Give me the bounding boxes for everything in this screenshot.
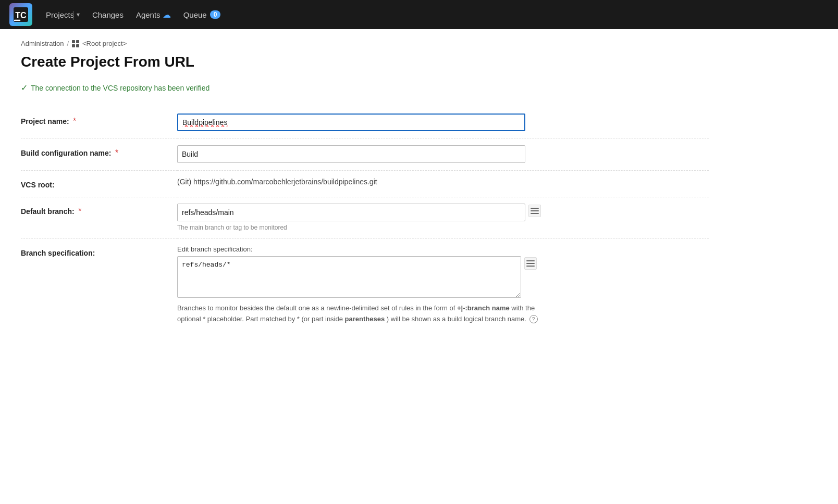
vcs-root-value: (Git) https://github.com/marcobehlerjetb… xyxy=(177,173,377,186)
branch-spec-lines-button[interactable] xyxy=(524,257,537,270)
vcs-root-label: VCS root: xyxy=(21,181,55,189)
main-content: Administration / <Root project> Create P… xyxy=(0,29,730,353)
help-icon[interactable]: ? xyxy=(529,315,538,323)
queue-badge: 0 xyxy=(210,10,221,19)
breadcrumb-root-link[interactable]: <Root project> xyxy=(82,40,127,47)
branch-spec-description: Branches to monitor besides the default … xyxy=(177,303,542,325)
project-name-label-cell: Project name: * xyxy=(21,107,177,139)
default-branch-field-cell: The main branch or tag to be monitored xyxy=(177,197,709,239)
default-branch-label: Default branch: xyxy=(21,207,75,216)
project-name-row: Project name: * xyxy=(21,107,709,139)
default-branch-required: * xyxy=(78,207,81,216)
logo[interactable]: TC xyxy=(8,2,33,27)
build-config-label: Build configuration name: xyxy=(21,149,111,157)
page-title: Create Project From URL xyxy=(21,54,709,70)
nav-changes[interactable]: Changes xyxy=(92,10,124,19)
checkmark-icon: ✓ xyxy=(21,83,28,93)
cloud-icon: ☁ xyxy=(163,10,171,20)
build-config-row: Build configuration name: * xyxy=(21,139,709,171)
top-navigation: TC Projects | ▾ Changes Agents ☁ Queue 0 xyxy=(0,0,838,29)
grid-icon xyxy=(72,40,79,47)
branch-spec-edit-label: Edit branch specification: xyxy=(177,245,709,253)
default-branch-label-cell: Default branch: * xyxy=(21,197,177,239)
svg-text:TC: TC xyxy=(15,11,27,20)
branch-spec-field-cell: Edit branch specification: refs/heads/* … xyxy=(177,239,709,332)
build-config-required: * xyxy=(115,148,118,157)
branch-spec-textarea[interactable]: refs/heads/* xyxy=(177,256,521,298)
build-config-field-cell xyxy=(177,139,709,171)
vcs-root-label-cell: VCS root: xyxy=(21,171,177,197)
nav-agents[interactable]: Agents ☁ xyxy=(136,10,171,20)
project-name-required: * xyxy=(73,117,76,125)
nav-projects[interactable]: Projects | ▾ xyxy=(46,9,80,20)
vcs-root-field-cell: (Git) https://github.com/marcobehlerjetb… xyxy=(177,171,709,197)
branch-lines-button[interactable] xyxy=(528,205,541,217)
success-message: ✓ The connection to the VCS repository h… xyxy=(21,83,709,93)
breadcrumb-admin-link[interactable]: Administration xyxy=(21,40,64,47)
branch-spec-label-cell: Branch specification: xyxy=(21,239,177,332)
branch-spec-row: Branch specification: Edit branch specif… xyxy=(21,239,709,332)
default-branch-input[interactable] xyxy=(177,204,525,221)
vcs-root-row: VCS root: (Git) https://github.com/marco… xyxy=(21,171,709,197)
breadcrumb: Administration / <Root project> xyxy=(21,40,709,47)
create-project-form: Project name: * Build configuration name… xyxy=(21,107,709,332)
default-branch-hint: The main branch or tag to be monitored xyxy=(177,224,525,231)
breadcrumb-separator: / xyxy=(67,40,69,47)
build-config-input[interactable] xyxy=(177,145,525,163)
build-config-label-cell: Build configuration name: * xyxy=(21,139,177,171)
project-name-input[interactable] xyxy=(177,114,525,131)
nav-queue[interactable]: Queue 0 xyxy=(183,10,221,19)
projects-chevron-icon: ▾ xyxy=(77,11,80,18)
project-name-field-cell xyxy=(177,107,709,139)
default-branch-row: Default branch: * The main branch or tag… xyxy=(21,197,709,239)
branch-spec-label: Branch specification: xyxy=(21,249,95,257)
project-name-label: Project name: xyxy=(21,117,69,125)
